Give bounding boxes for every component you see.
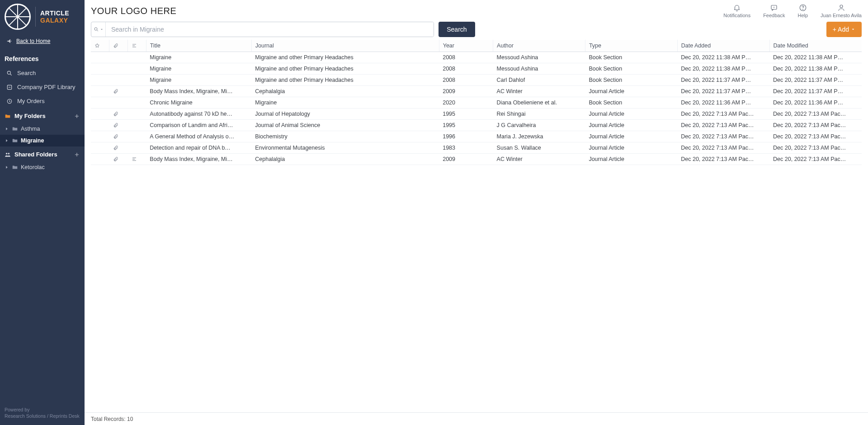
cell-author: Carl Dahlof: [493, 75, 585, 86]
folder-label: Asthma: [21, 126, 40, 132]
cell-note[interactable]: [128, 120, 146, 131]
notifications-button[interactable]: Notifications: [723, 4, 750, 18]
app-logo: ARTICLE GALAXY: [0, 0, 85, 33]
col-year[interactable]: Year: [439, 40, 493, 52]
cell-year: 1995: [439, 109, 493, 120]
cell-attachment[interactable]: [109, 120, 128, 131]
cell-note[interactable]: [128, 109, 146, 120]
cell-attachment[interactable]: [109, 131, 128, 142]
col-journal[interactable]: Journal: [251, 40, 439, 52]
sidebar: ARTICLE GALAXY Back to Home References S…: [0, 0, 85, 425]
cell-journal: Migraine and other Primary Headaches: [251, 63, 439, 75]
chevron-right-icon: [5, 165, 9, 170]
cell-attachment[interactable]: [109, 52, 128, 63]
cell-date-added: Dec 20, 2022 11:36 AM P…: [677, 97, 769, 109]
sidebar-item-label: Search: [17, 70, 36, 76]
cell-note[interactable]: [128, 97, 146, 109]
svg-point-9: [94, 28, 97, 30]
cell-note[interactable]: [128, 86, 146, 97]
cell-date-modified: Dec 20, 2022 11:38 AM P…: [769, 63, 862, 75]
table-row[interactable]: Autonatibody against 70 kD he…Journal of…: [91, 109, 862, 120]
cell-star[interactable]: [91, 75, 109, 86]
user-menu[interactable]: Juan Ernesto Avila: [821, 4, 862, 18]
cell-date-modified: Dec 20, 2022 11:37 AM P…: [769, 75, 862, 86]
cell-star[interactable]: [91, 154, 109, 165]
cell-star[interactable]: [91, 109, 109, 120]
paperclip-icon: [113, 89, 124, 94]
cell-attachment[interactable]: [109, 142, 128, 154]
cell-star[interactable]: [91, 120, 109, 131]
sidebar-item-pdf-library[interactable]: Company PDF Library: [0, 80, 85, 94]
col-star[interactable]: [91, 40, 109, 52]
feedback-button[interactable]: Feedback: [763, 4, 785, 18]
cell-title: Chronic Migraine: [146, 97, 251, 109]
cell-note[interactable]: [128, 52, 146, 63]
cell-attachment[interactable]: [109, 97, 128, 109]
col-date-modified[interactable]: Date Modified: [769, 40, 862, 52]
col-type[interactable]: Type: [585, 40, 677, 52]
cell-star[interactable]: [91, 97, 109, 109]
cell-star[interactable]: [91, 52, 109, 63]
back-to-home-link[interactable]: Back to Home: [0, 33, 85, 49]
table-row[interactable]: Body Mass Index, Migraine, Mi…Cephalalgi…: [91, 86, 862, 97]
sidebar-item-my-orders[interactable]: My Orders: [0, 94, 85, 108]
user-icon: [837, 4, 845, 12]
cell-attachment[interactable]: [109, 75, 128, 86]
help-icon: [799, 4, 807, 12]
cell-title: Autonatibody against 70 kD he…: [146, 109, 251, 120]
cell-title: Body Mass Index, Migraine, Mi…: [146, 154, 251, 165]
col-author[interactable]: Author: [493, 40, 585, 52]
table-row[interactable]: A General Method of Analysis o…Biochemis…: [91, 131, 862, 142]
cell-attachment[interactable]: [109, 154, 128, 165]
search-button[interactable]: Search: [439, 22, 475, 37]
table-row[interactable]: Chronic MigraineMigraine2020Diana Obelie…: [91, 97, 862, 109]
folder-item[interactable]: Ketorolac: [0, 161, 85, 173]
col-attachment[interactable]: [109, 40, 128, 52]
add-folder-button[interactable]: [74, 113, 80, 119]
cell-star[interactable]: [91, 86, 109, 97]
cell-type: Book Section: [585, 97, 677, 109]
cell-attachment[interactable]: [109, 109, 128, 120]
table-row[interactable]: Comparison of Landim and Afri…Journal of…: [91, 120, 862, 131]
cell-year: 1983: [439, 142, 493, 154]
table-row[interactable]: Detection and repair of DNA b…Environmen…: [91, 142, 862, 154]
logo-line2: GALAXY: [40, 17, 69, 24]
help-button[interactable]: Help: [797, 4, 808, 18]
cell-note[interactable]: [128, 142, 146, 154]
sidebar-item-search[interactable]: Search: [0, 66, 85, 80]
cell-note[interactable]: [128, 63, 146, 75]
cell-attachment[interactable]: [109, 86, 128, 97]
cell-note[interactable]: [128, 154, 146, 165]
col-note[interactable]: [128, 40, 146, 52]
search-group: [91, 22, 434, 37]
clock-history-icon: [6, 98, 13, 104]
cell-type: Journal Article: [585, 86, 677, 97]
cell-star[interactable]: [91, 131, 109, 142]
col-date-added[interactable]: Date Added: [677, 40, 769, 52]
table-row[interactable]: MigraineMigraine and other Primary Heada…: [91, 52, 862, 63]
add-button[interactable]: + Add: [826, 22, 862, 37]
table-container[interactable]: Title Journal Year Author Type Date Adde…: [85, 40, 868, 412]
folder-icon: [12, 126, 18, 132]
cell-star[interactable]: [91, 63, 109, 75]
table-row[interactable]: MigraineMigraine and other Primary Heada…: [91, 63, 862, 75]
cell-date-added: Dec 20, 2022 7:13 AM Pac…: [677, 131, 769, 142]
search-input[interactable]: [106, 22, 434, 37]
folder-item[interactable]: Asthma: [0, 123, 85, 135]
cell-year: 2008: [439, 52, 493, 63]
bell-icon: [733, 4, 741, 12]
cell-journal: Journal of Hepatology: [251, 109, 439, 120]
table-row[interactable]: Body Mass Index, Migraine, Mi…Cephalalgi…: [91, 154, 862, 165]
cell-title: Migraine: [146, 52, 251, 63]
table-row[interactable]: MigraineMigraine and other Primary Heada…: [91, 75, 862, 86]
search-scope-dropdown[interactable]: [91, 22, 106, 37]
cell-author: AC Winter: [493, 86, 585, 97]
cell-note[interactable]: [128, 75, 146, 86]
add-shared-folder-button[interactable]: [74, 151, 80, 158]
col-title[interactable]: Title: [146, 40, 251, 52]
cell-star[interactable]: [91, 142, 109, 154]
cell-note[interactable]: [128, 131, 146, 142]
cell-attachment[interactable]: [109, 63, 128, 75]
folder-item[interactable]: Migraine: [0, 135, 85, 146]
cell-author: AC Winter: [493, 154, 585, 165]
